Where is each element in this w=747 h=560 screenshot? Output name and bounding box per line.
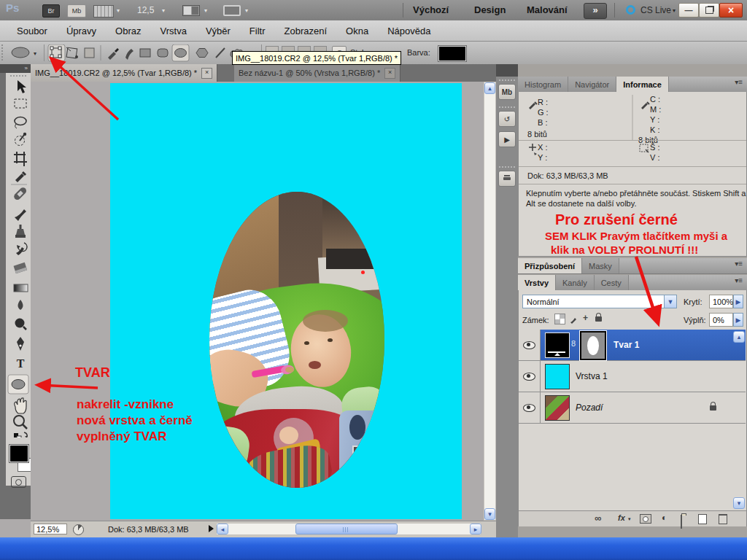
layer1-mask-link-icon[interactable]: 8 xyxy=(571,339,576,348)
menu-okna[interactable]: Okna xyxy=(336,20,378,41)
hscroll-right-icon[interactable]: ▸ xyxy=(470,524,481,534)
workspace-overflow-button[interactable]: » xyxy=(584,3,607,19)
arrange-caret-icon[interactable]: ▾ xyxy=(204,7,207,14)
doc-tab-inactive-close-icon[interactable]: × xyxy=(384,68,395,79)
layer2-visibility-icon[interactable] xyxy=(519,361,541,392)
workspace-vychozi[interactable]: Výchozí xyxy=(413,4,449,15)
menu-upravy[interactable]: Úpravy xyxy=(57,20,106,41)
guides-caret-icon[interactable]: ▾ xyxy=(117,7,120,14)
canvas[interactable] xyxy=(110,83,462,519)
vscroll-down-icon[interactable]: ▾ xyxy=(484,508,495,520)
tool-presets-panel-button[interactable] xyxy=(498,171,516,187)
tab-informace[interactable]: Informace xyxy=(616,77,669,92)
menu-vrstva[interactable]: Vrstva xyxy=(151,20,196,41)
layer-row-pozadi[interactable]: Pozadí xyxy=(519,392,746,424)
add-mask-icon[interactable] xyxy=(640,514,651,524)
menu-zobrazeni[interactable]: Zobrazení xyxy=(275,20,337,41)
hscroll-thumb[interactable] xyxy=(295,524,398,534)
history-panel-button[interactable]: ↺ xyxy=(498,111,516,127)
eraser-tool[interactable] xyxy=(14,262,28,273)
tab-prizpusobeni[interactable]: Přizpůsobení xyxy=(518,258,582,273)
screen-mode-icon[interactable] xyxy=(223,5,241,16)
lock-paint-icon[interactable] xyxy=(569,314,578,323)
cslive-menu[interactable]: CS Live xyxy=(640,5,671,15)
rounded-rectangle-tool-button[interactable] xyxy=(158,49,168,57)
blur-tool[interactable] xyxy=(18,300,23,310)
tool-preset-preview[interactable] xyxy=(10,47,31,58)
tab-navigator[interactable]: Navigátor xyxy=(568,77,616,92)
bridge-button[interactable]: Br xyxy=(42,4,60,18)
hscroll-left-icon[interactable]: ◂ xyxy=(217,524,228,534)
lock-all-icon[interactable] xyxy=(595,316,602,322)
zoom-caret-icon[interactable]: ▾ xyxy=(162,7,165,14)
gradient-tool[interactable] xyxy=(14,284,28,292)
lock-transparency-icon[interactable] xyxy=(554,314,565,324)
fill-value[interactable]: 0% xyxy=(709,313,733,327)
dodge-tool[interactable] xyxy=(15,319,27,330)
restore-button[interactable] xyxy=(699,3,719,18)
vscroll-up-icon[interactable]: ▴ xyxy=(484,82,495,94)
fill-pixels-mode-button[interactable] xyxy=(85,48,94,58)
menu-napoveda[interactable]: Nápověda xyxy=(378,20,440,41)
actions-panel-button[interactable]: ▶ xyxy=(498,131,516,147)
titlebar-zoom-level[interactable]: 12,5 xyxy=(137,5,154,15)
layers-scroll-down-icon[interactable]: ▾ xyxy=(733,497,745,509)
crop-tool[interactable] xyxy=(14,152,27,166)
tab-histogram[interactable]: Histogram xyxy=(518,77,568,92)
paths-mode-button[interactable] xyxy=(66,47,78,58)
lasso-tool[interactable] xyxy=(15,117,26,129)
marquee-tool[interactable] xyxy=(15,99,26,108)
fill-slider-icon[interactable]: ▶ xyxy=(733,313,743,327)
type-tool[interactable]: T xyxy=(17,357,25,370)
screenmode-caret-icon[interactable]: ▾ xyxy=(245,7,248,14)
menu-obraz[interactable]: Obraz xyxy=(106,20,150,41)
tab-cesty[interactable]: Cesty xyxy=(595,275,629,290)
new-adjustment-icon[interactable]: ◐ xyxy=(662,513,667,523)
workspace-malovani[interactable]: Malování xyxy=(527,4,568,15)
line-tool-button[interactable] xyxy=(216,48,225,58)
eyedropper-tool[interactable] xyxy=(15,172,26,182)
brush-tool[interactable] xyxy=(15,209,26,221)
blend-mode-caret-icon[interactable]: ▼ xyxy=(664,295,676,308)
layer3-visibility-icon[interactable] xyxy=(519,392,541,423)
delete-layer-icon[interactable] xyxy=(719,514,727,524)
layers-scroll-up-icon[interactable]: ▴ xyxy=(733,331,745,343)
layer-row-tvar1[interactable]: 8 Tvar 1 xyxy=(519,330,746,361)
layer2-thumbnail[interactable] xyxy=(545,364,570,389)
new-layer-icon[interactable] xyxy=(698,514,707,524)
tool-preset-caret-icon[interactable]: ▾ xyxy=(34,50,36,57)
toolbar-collapse-header[interactable]: » xyxy=(0,64,31,73)
rectangle-tool-button[interactable] xyxy=(140,49,150,57)
doc-tab-active-close-icon[interactable]: × xyxy=(201,68,212,79)
layers-panel-menu-icon[interactable]: ▾≡ xyxy=(735,275,747,290)
link-layers-icon[interactable]: ∞ xyxy=(595,513,601,524)
minibridge-panel-button[interactable]: Mb xyxy=(498,84,516,100)
zoom-tool[interactable] xyxy=(14,416,27,429)
close-button[interactable]: × xyxy=(719,3,743,18)
quick-selection-tool[interactable] xyxy=(15,133,27,146)
lock-position-icon[interactable]: + xyxy=(583,313,588,323)
adjustments-panel-menu-icon[interactable]: ▾≡ xyxy=(735,258,747,273)
arrange-documents-icon[interactable] xyxy=(182,5,200,16)
clone-stamp-tool[interactable] xyxy=(15,225,26,238)
history-brush-tool[interactable] xyxy=(16,243,27,255)
blend-mode-select[interactable]: Normální ▼ xyxy=(522,295,677,308)
layer1-vector-mask-thumbnail[interactable] xyxy=(580,331,606,360)
guides-grid-icon[interactable] xyxy=(93,5,114,18)
pen-tool-button[interactable] xyxy=(108,48,119,60)
swap-colors-icon[interactable] xyxy=(14,432,28,438)
pen-tool[interactable] xyxy=(17,337,24,351)
tab-masky[interactable]: Masky xyxy=(582,258,619,273)
menu-vyber[interactable]: Výběr xyxy=(196,20,240,41)
move-tool[interactable] xyxy=(18,80,26,93)
workspace-design[interactable]: Design xyxy=(474,4,506,15)
ellipse-shape-tool[interactable] xyxy=(8,375,28,394)
tab-kanaly[interactable]: Kanály xyxy=(556,275,595,290)
healing-brush-tool[interactable] xyxy=(12,186,28,201)
canvas-hscrollbar[interactable]: ◂ ▸ xyxy=(216,523,481,535)
shape-color-swatch[interactable] xyxy=(438,45,467,62)
opacity-value[interactable]: 100% xyxy=(709,295,733,308)
zoom-level-input[interactable]: 12,5% xyxy=(34,524,67,534)
status-menu-arrow-icon[interactable] xyxy=(209,525,214,532)
quick-mask-button[interactable] xyxy=(11,476,26,488)
